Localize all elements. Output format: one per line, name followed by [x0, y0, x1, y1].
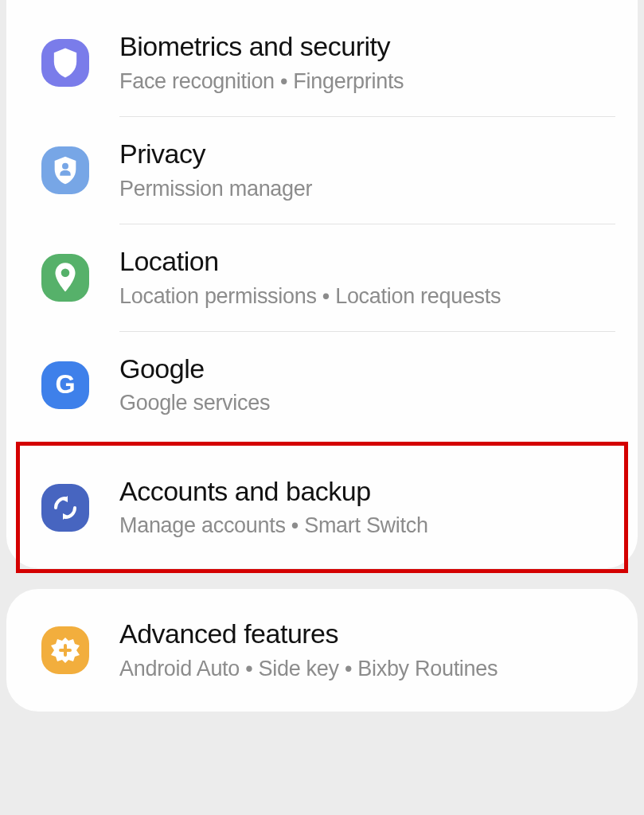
item-subtitle: Manage accounts • Smart Switch — [119, 512, 428, 540]
item-subtitle: Permission manager — [119, 175, 312, 203]
settings-item-accounts-backup[interactable]: Accounts and backup Manage accounts • Sm… — [6, 446, 638, 569]
item-text: Biometrics and security Face recognition… — [119, 30, 404, 96]
plus-badge-icon — [41, 626, 89, 674]
item-subtitle: Google services — [119, 389, 270, 417]
item-title: Google — [119, 353, 270, 385]
google-g-icon: G — [41, 361, 89, 409]
settings-group-1: Biometrics and security Face recognition… — [6, 0, 638, 568]
settings-item-google[interactable]: G Google Google services — [6, 332, 638, 446]
pin-icon — [41, 254, 89, 302]
item-title: Location — [119, 245, 501, 278]
item-subtitle: Android Auto • Side key • Bixby Routines — [119, 655, 498, 683]
svg-text:G: G — [55, 370, 75, 399]
settings-item-biometrics[interactable]: Biometrics and security Face recognition… — [6, 10, 638, 116]
svg-point-1 — [61, 268, 70, 277]
item-text: Accounts and backup Manage accounts • Sm… — [119, 475, 428, 540]
item-title: Accounts and backup — [119, 475, 428, 508]
sync-icon — [41, 484, 89, 532]
item-text: Location Location permissions • Location… — [119, 245, 501, 310]
badge-shield-icon — [41, 146, 89, 194]
item-text: Google Google services — [119, 353, 270, 418]
item-subtitle: Face recognition • Fingerprints — [119, 68, 404, 96]
svg-rect-4 — [59, 649, 72, 652]
settings-group-2: Advanced features Android Auto • Side ke… — [6, 589, 638, 712]
shield-icon — [41, 39, 89, 87]
svg-point-0 — [62, 162, 68, 169]
settings-item-privacy[interactable]: Privacy Permission manager — [6, 117, 638, 224]
item-text: Privacy Permission manager — [119, 138, 312, 203]
item-subtitle: Location permissions • Location requests — [119, 283, 501, 310]
settings-item-location[interactable]: Location Location permissions • Location… — [6, 224, 638, 331]
item-title: Advanced features — [119, 618, 498, 650]
item-title: Biometrics and security — [119, 30, 404, 63]
item-title: Privacy — [119, 138, 312, 170]
item-text: Advanced features Android Auto • Side ke… — [119, 618, 498, 683]
settings-item-advanced-features[interactable]: Advanced features Android Auto • Side ke… — [6, 589, 638, 712]
